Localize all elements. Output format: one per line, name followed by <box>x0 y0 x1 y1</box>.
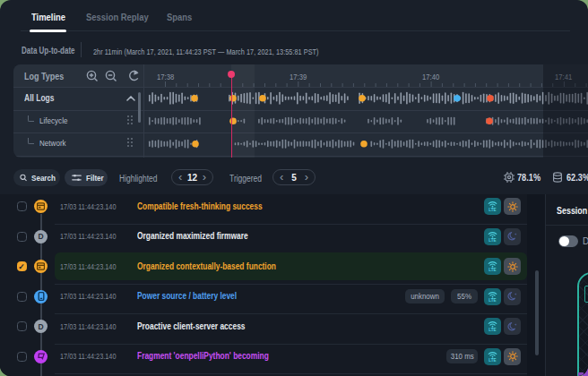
svg-text:LTE: LTE <box>489 238 496 243</box>
svg-text:LTE: LTE <box>489 328 496 332</box>
svg-text:LTE: LTE <box>489 268 496 272</box>
svg-text:LTE: LTE <box>489 208 496 212</box>
svg-text:LTE: LTE <box>489 298 496 303</box>
svg-text:LTE: LTE <box>489 358 496 363</box>
